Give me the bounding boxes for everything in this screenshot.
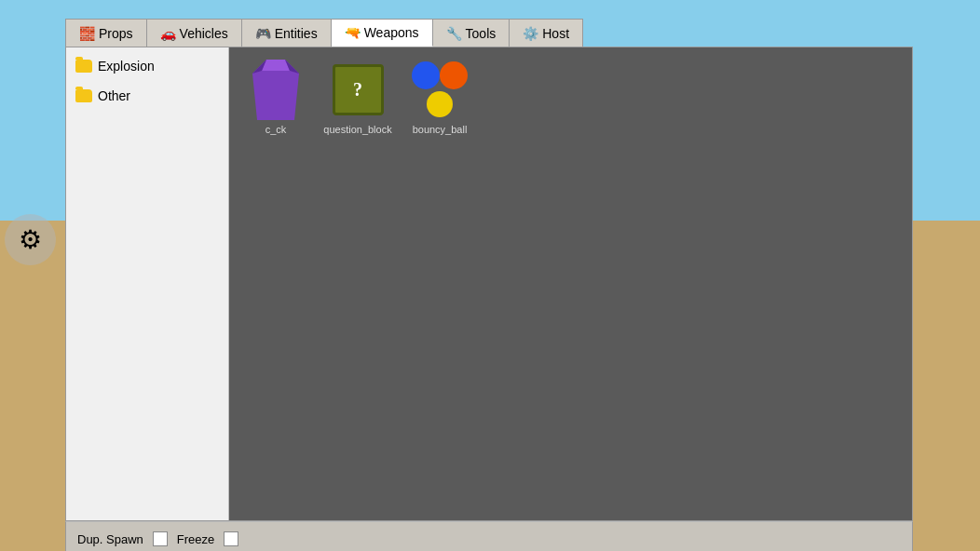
item-question-block[interactable]: ? question_block (320, 57, 395, 135)
dup-spawn-label: Dup. Spawn (77, 532, 143, 546)
item-question-block-preview: ? (325, 57, 390, 122)
host-icon: ⚙️ (523, 26, 538, 41)
tab-weapons-label: Weapons (364, 25, 419, 40)
sidebar-label-explosion: Explosion (98, 59, 155, 74)
gear-overlay-icon[interactable]: ⚙ (5, 214, 56, 265)
ball-blue (412, 61, 440, 89)
content-area: Explosion Other (65, 47, 913, 521)
bottom-bar: Dup. Spawn Freeze (65, 521, 913, 551)
sidebar-item-explosion[interactable]: Explosion (66, 51, 228, 81)
tab-host[interactable]: ⚙️ Host (510, 20, 582, 47)
ui-panel: 🧱 Props 🚗 Vehicles 🎮 Entities 🔫 Weapons … (65, 19, 913, 540)
item-question-block-label: question_block (323, 124, 391, 135)
tab-weapons[interactable]: 🔫 Weapons (332, 20, 433, 47)
sidebar: Explosion Other (66, 47, 229, 520)
props-icon: 🧱 (79, 26, 95, 41)
tab-props[interactable]: 🧱 Props (66, 20, 147, 47)
tab-vehicles-label: Vehicles (180, 26, 228, 41)
item-bouncy-ball-preview (407, 57, 472, 122)
folder-icon-explosion (75, 60, 92, 73)
freeze-label: Freeze (177, 532, 214, 546)
entities-icon: 🎮 (255, 26, 271, 41)
vehicles-icon: 🚗 (160, 26, 176, 41)
sidebar-item-other[interactable]: Other (66, 81, 228, 111)
item-bouncy-ball[interactable]: bouncy_ball (402, 57, 477, 135)
tab-vehicles[interactable]: 🚗 Vehicles (147, 20, 242, 47)
tab-entities[interactable]: 🎮 Entities (242, 20, 332, 47)
c-ck-shape (252, 60, 299, 120)
tab-bar: 🧱 Props 🚗 Vehicles 🎮 Entities 🔫 Weapons … (65, 19, 583, 47)
tools-icon: 🔧 (446, 26, 462, 41)
weapons-icon: 🔫 (345, 25, 361, 40)
item-c-ck[interactable]: c_ck (238, 57, 313, 135)
ball-orange (440, 61, 468, 89)
tab-tools-label: Tools (466, 26, 497, 41)
tab-tools[interactable]: 🔧 Tools (433, 20, 510, 47)
item-c-ck-label: c_ck (265, 124, 287, 135)
tab-entities-label: Entities (275, 26, 318, 41)
question-block-shape: ? (333, 64, 384, 115)
item-c-ck-preview (243, 57, 308, 122)
ball-yellow (427, 91, 453, 117)
tab-props-label: Props (99, 26, 133, 41)
item-bouncy-ball-label: bouncy_ball (413, 124, 468, 135)
main-content: c_ck ? question_block (229, 47, 912, 520)
sidebar-label-other: Other (98, 88, 130, 103)
items-grid: c_ck ? question_block (238, 57, 903, 135)
freeze-checkbox[interactable] (224, 531, 238, 546)
dup-spawn-checkbox[interactable] (153, 531, 168, 546)
bouncy-ball-shape (407, 61, 472, 117)
folder-icon-other (75, 89, 92, 102)
svg-marker-1 (262, 60, 290, 71)
tab-host-label: Host (542, 26, 569, 41)
